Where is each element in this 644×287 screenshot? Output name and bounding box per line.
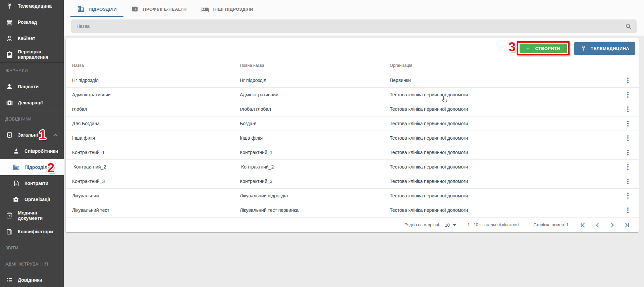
sidebar-item-patients[interactable]: Пацієнти <box>0 79 64 95</box>
table-row[interactable]: Лікувальний тест Лікувальний тест первин… <box>66 203 639 218</box>
tab-label: ПРОФІЛІ E-HEALTH <box>143 7 186 12</box>
table-row[interactable]: Контрактний_1 Контрактний_1 Тестова клін… <box>66 145 639 160</box>
topbar: ПІДРОЗДІЛИ ПРОФІЛІ E-HEALTH ІНШІ ПІ <box>64 0 644 36</box>
row-menu-button[interactable] <box>625 163 631 171</box>
content-area: + СТВОРИТИ ТЕЛЕМЕДИЦИНА Назв <box>64 36 644 287</box>
sidebar-item-organizations[interactable]: Організації <box>0 191 64 207</box>
cell-full-name: Інша філія <box>240 135 390 141</box>
cell-full-name: Лікувальний підрозділ <box>240 193 390 198</box>
sidebar-item-telemedicine[interactable]: Телемедицина <box>0 0 64 14</box>
sidebar-item-medical-documents[interactable]: Медичні документи <box>0 207 64 224</box>
tab-units[interactable]: ПІДРОЗДІЛИ <box>70 2 124 16</box>
cell-organization: Тестова клініка первинної допомоги <box>390 179 621 184</box>
table-row[interactable]: Для Богдана Богдан! Тестова клініка перв… <box>66 116 639 131</box>
sidebar-item-units[interactable]: Підрозділи <box>0 159 64 175</box>
row-menu-button[interactable] <box>625 105 631 113</box>
cell-full-name: глобал глобал <box>240 106 390 112</box>
column-label: Організація <box>390 63 412 68</box>
building-icon <box>77 5 85 13</box>
table-row[interactable]: глобал глобал глобал Тестова клініка пер… <box>66 102 639 116</box>
column-header-name[interactable]: Назва ↑ <box>72 63 240 68</box>
column-header-full-name[interactable]: Повна назва <box>240 63 390 68</box>
tab-ehealth-profiles[interactable]: ПРОФІЛІ E-HEALTH <box>124 2 194 16</box>
telemedicine-button[interactable]: ТЕЛЕМЕДИЦИНА <box>574 42 635 55</box>
sidebar-item-cabinet[interactable]: Кабінет <box>0 30 64 46</box>
previous-page-button[interactable] <box>595 222 600 228</box>
cell-organization: Тестова клініка первинної допомоги <box>390 121 621 126</box>
declaration-icon <box>5 99 13 106</box>
sidebar-section-reports: ЗВІТИ <box>0 240 64 256</box>
building-icon <box>12 164 20 171</box>
column-label: Назва <box>72 63 84 68</box>
table-row[interactable]: Лікувальний Лікувальний підрозділ Тестов… <box>66 189 639 203</box>
table-row[interactable]: Нг підрозділ Нг підрозділ Первинки <box>66 73 639 88</box>
sidebar-item-schedule[interactable]: Розклад <box>0 14 64 30</box>
cell-organization: Тестова клініка первинної допомоги <box>390 106 621 112</box>
units-card: + СТВОРИТИ ТЕЛЕМЕДИЦИНА Назв <box>66 38 639 232</box>
last-page-button[interactable] <box>624 222 630 228</box>
sidebar-section-directories: ДОВІДНИКИ <box>0 111 64 127</box>
cell-organization: Тестова клініка первинної допомоги <box>390 150 621 155</box>
sidebar-item-label: Телемедицина <box>18 3 52 9</box>
row-menu-button[interactable] <box>625 119 631 128</box>
first-page-button[interactable] <box>580 222 586 228</box>
antenna-icon <box>5 2 13 10</box>
cell-name: глобал <box>72 106 240 112</box>
row-menu-button[interactable] <box>625 192 631 200</box>
pagination-bar: Рядків на сторінці: 10 1 - 10 з загально… <box>66 218 639 232</box>
rows-per-page-value[interactable]: 10 <box>445 223 449 228</box>
tab-other-units[interactable]: ІНШІ ПІДРОЗДІЛИ <box>194 2 261 16</box>
pagination-nav <box>580 222 630 228</box>
cell-name: Інша філія <box>72 135 240 141</box>
row-menu-button[interactable] <box>625 134 631 142</box>
next-page-button[interactable] <box>609 222 615 228</box>
row-menu-button[interactable] <box>625 177 631 186</box>
declaration-icon <box>131 5 139 13</box>
search-input[interactable]: Назва <box>71 19 637 33</box>
table-row[interactable]: Адміністративний Адміністративний Тестов… <box>66 88 639 102</box>
cell-organization: Первинки <box>390 78 621 83</box>
table-row[interactable]: Контрактний_2 Контрактний_2 Тестова клін… <box>66 160 639 174</box>
calendar-icon <box>5 19 13 26</box>
table-row[interactable]: Контрактний_3 Контрактний_3 Тестова клін… <box>66 174 639 189</box>
row-menu-button[interactable] <box>625 91 631 99</box>
column-header-organization[interactable]: Організація <box>390 63 621 68</box>
cell-name: Контрактний_1 <box>72 150 240 155</box>
cell-full-name: Контрактний_3 <box>240 179 390 184</box>
chevron-up-icon[interactable] <box>53 134 58 138</box>
sidebar-item-declarations[interactable]: Декларації <box>0 95 64 111</box>
sidebar-item-reference-books[interactable]: Довідники <box>0 272 64 287</box>
table-row[interactable]: Інша філія Інша філія Тестова клініка пе… <box>66 131 639 145</box>
contract-icon <box>12 180 20 187</box>
sidebar-item-label: Кабінет <box>18 36 35 41</box>
tab-bar: ПІДРОЗДІЛИ ПРОФІЛІ E-HEALTH ІНШІ ПІ <box>70 2 637 16</box>
sidebar-item-employees[interactable]: Співробітники <box>0 143 64 159</box>
rows-per-page-label: Рядків на сторінці: <box>405 223 440 227</box>
row-menu-button[interactable] <box>625 148 631 157</box>
cell-organization: Тестова клініка первинної допомоги <box>390 92 621 97</box>
cell-organization: Тестова клініка первинної допомоги <box>390 135 621 141</box>
clipboard-icon <box>5 51 13 58</box>
antenna-icon <box>580 45 587 52</box>
create-button-label: СТВОРИТИ <box>535 46 560 51</box>
cell-full-name: Богдан! <box>240 121 390 126</box>
plus-icon: + <box>526 45 530 52</box>
employee-icon <box>12 148 20 155</box>
sidebar-item-general[interactable]: Загальні <box>0 127 64 143</box>
dropdown-caret-icon[interactable] <box>453 224 456 226</box>
row-menu-button[interactable] <box>625 206 631 214</box>
sidebar-item-label: Організації <box>24 197 50 202</box>
cell-organization: Тестова клініка первинної допомоги <box>390 193 621 198</box>
bed-icon <box>201 5 209 13</box>
row-menu-button[interactable] <box>625 76 631 85</box>
pagination-range: 1 - 10 з загальної кількості <box>468 223 519 227</box>
sidebar-item-contracts[interactable]: Контракти <box>0 175 64 191</box>
sidebar-item-classifiers[interactable]: Класифікатори <box>0 224 64 240</box>
create-button[interactable]: + СТВОРИТИ <box>520 44 567 53</box>
sidebar-item-label: Довідники <box>18 277 42 283</box>
books-icon <box>5 228 13 235</box>
tab-label: ІНШІ ПІДРОЗДІЛИ <box>213 7 253 12</box>
sidebar-item-referral-check[interactable]: Перевірка направлення <box>0 46 64 62</box>
search-icon[interactable] <box>625 23 632 30</box>
medical-documents-icon <box>5 212 13 219</box>
